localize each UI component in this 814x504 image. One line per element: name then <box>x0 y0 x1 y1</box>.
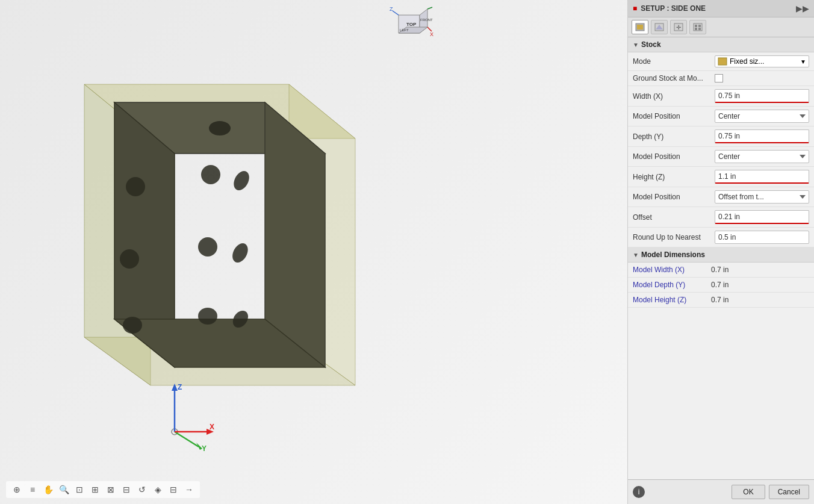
svg-rect-50 <box>718 58 727 65</box>
height-model-position-row: Model Position Offset from t... <box>628 187 814 207</box>
width-model-position-wrapper: Center <box>715 110 809 123</box>
panel-title: SETUP : SIDE ONE <box>641 4 792 13</box>
svg-line-37 <box>427 27 432 31</box>
svg-rect-47 <box>698 25 701 27</box>
cancel-button[interactable]: Cancel <box>769 485 809 499</box>
width-input[interactable] <box>715 89 809 103</box>
height-input[interactable] <box>715 170 809 184</box>
svg-text:X: X <box>430 31 433 37</box>
tab-move[interactable]: ✛ <box>670 20 687 34</box>
height-input-wrapper <box>715 170 809 184</box>
svg-point-8 <box>209 121 231 135</box>
menu-icon[interactable]: ≡ <box>26 484 39 496</box>
width-row: Width (X) <box>628 86 814 107</box>
coordinate-axes: Z Y X <box>138 378 217 456</box>
minus-icon[interactable]: ⊟ <box>120 484 132 496</box>
svg-text:TOP: TOP <box>406 22 417 27</box>
dice-3d-model <box>36 48 385 422</box>
model-dimensions-header[interactable]: ▼ Model Dimensions <box>628 247 814 263</box>
mode-dropdown-arrow: ▼ <box>800 58 806 65</box>
stop-icon: ■ <box>633 4 637 13</box>
model-height-label: Model Height (Z) <box>633 296 711 304</box>
mode-select[interactable]: Fixed siz... ▼ <box>715 55 809 67</box>
tab-orientation[interactable] <box>651 20 668 34</box>
svg-text:Z: Z <box>390 6 393 12</box>
model-width-row: Model Width (X) 0.7 in <box>628 263 814 278</box>
model-height-row: Model Height (Z) 0.7 in <box>628 293 814 308</box>
svg-point-12 <box>126 177 145 196</box>
depth-label: Depth (Y) <box>633 132 711 141</box>
rotate-icon[interactable]: ↺ <box>136 484 148 496</box>
height-model-position-select[interactable]: Offset from t... <box>715 190 809 204</box>
svg-rect-46 <box>695 25 697 27</box>
mode-value-wrapper: Fixed siz... ▼ <box>715 55 809 67</box>
offset-label: Offset <box>633 213 711 222</box>
width-model-position-select[interactable]: Center <box>715 110 809 123</box>
model-width-label: Model Width (X) <box>633 266 711 274</box>
pan-icon[interactable]: ✋ <box>42 484 54 496</box>
diamond-icon[interactable]: ◈ <box>152 484 164 496</box>
depth-model-position-select[interactable]: Center <box>715 150 809 163</box>
model-width-value: 0.7 in <box>711 266 729 274</box>
mode-row: Mode Fixed siz... ▼ <box>628 52 814 71</box>
svg-rect-49 <box>698 28 701 30</box>
grid-icon[interactable]: ⊞ <box>89 484 101 496</box>
depth-model-position-row: Model Position Center <box>628 147 814 167</box>
svg-text:X: X <box>210 423 214 431</box>
svg-line-22 <box>175 432 199 447</box>
width-label: Width (X) <box>633 92 711 101</box>
section-icon[interactable]: ⊟ <box>167 484 179 496</box>
offset-input-wrapper <box>715 210 809 224</box>
panel-footer: i OK Cancel <box>628 479 814 504</box>
expand-icon[interactable]: ▶▶ <box>796 4 809 13</box>
ok-button[interactable]: OK <box>732 485 765 499</box>
svg-line-36 <box>427 7 432 9</box>
stock-section-header[interactable]: ▼ Stock <box>628 37 814 52</box>
stock-section: ▼ Stock Mode Fixed siz... ▼ Ground Stock… <box>628 37 814 247</box>
arrow-icon[interactable]: → <box>183 484 195 496</box>
svg-point-14 <box>120 249 139 269</box>
svg-text:LEFT: LEFT <box>400 28 409 32</box>
model-depth-value: 0.7 in <box>711 281 729 289</box>
right-panel: ■ SETUP : SIDE ONE ▶▶ ✛ ▼ Stock Mode <box>627 0 814 504</box>
offset-input[interactable] <box>715 210 809 224</box>
svg-text:Y: Y <box>202 444 207 453</box>
bottom-toolbar: ⊕ ≡ ✋ 🔍 ⊡ ⊞ ⊠ ⊟ ↺ ◈ ⊟ → <box>6 481 200 498</box>
tab-settings[interactable] <box>689 20 706 34</box>
box-icon[interactable]: ⊠ <box>105 484 117 496</box>
ground-stock-checkbox[interactable] <box>715 74 723 82</box>
panel-header: ■ SETUP : SIDE ONE ▶▶ <box>628 0 814 17</box>
depth-input[interactable] <box>715 129 809 143</box>
ground-stock-label: Ground Stock at Mo... <box>633 74 711 82</box>
view-icon[interactable]: ⊡ <box>73 484 85 496</box>
svg-rect-48 <box>695 28 697 30</box>
viewport: Z Y X TOP FRONT LEFT Z <box>0 0 627 504</box>
svg-text:Z: Z <box>178 383 182 391</box>
mode-text: Fixed siz... <box>730 57 764 66</box>
model-depth-label: Model Depth (Y) <box>633 281 711 289</box>
view-cube[interactable]: TOP FRONT LEFT Z X <box>387 6 435 56</box>
depth-model-position-wrapper: Center <box>715 150 809 163</box>
zoom-icon[interactable]: 🔍 <box>58 484 70 496</box>
height-row: Height (Z) <box>628 167 814 187</box>
round-up-row: Round Up to Nearest <box>628 228 814 247</box>
svg-point-16 <box>123 317 142 334</box>
model-height-value: 0.7 in <box>711 296 729 304</box>
svg-point-9 <box>232 171 252 190</box>
tab-stock[interactable] <box>632 20 648 34</box>
model-dimensions-section: ▼ Model Dimensions Model Width (X) 0.7 i… <box>628 247 814 308</box>
model-depth-row: Model Depth (Y) 0.7 in <box>628 278 814 293</box>
orbit-icon[interactable]: ⊕ <box>11 484 23 496</box>
ground-stock-row: Ground Stock at Mo... <box>628 71 814 86</box>
info-button[interactable]: i <box>633 486 645 498</box>
round-up-label: Round Up to Nearest <box>633 233 711 241</box>
round-up-input[interactable] <box>715 231 809 244</box>
collapse-triangle: ▼ <box>633 42 639 48</box>
width-input-wrapper <box>715 89 809 103</box>
mode-label: Mode <box>633 57 711 66</box>
svg-marker-20 <box>172 384 178 391</box>
svg-point-13 <box>201 165 220 184</box>
round-up-input-wrapper <box>715 231 809 244</box>
svg-point-15 <box>198 237 217 257</box>
svg-point-10 <box>231 243 250 263</box>
